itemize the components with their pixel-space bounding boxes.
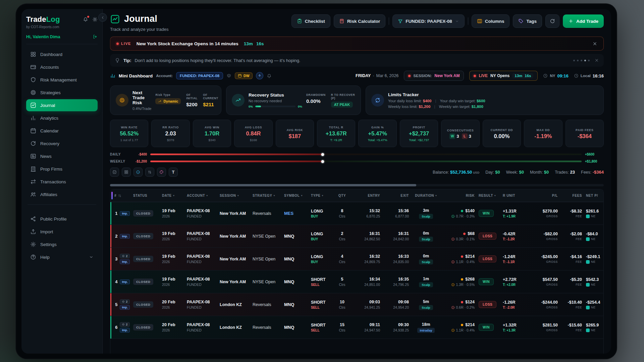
sidebar-nav: DashboardAccountsRisk ManagementStrategi…	[26, 48, 98, 200]
sidebar-item-transactions[interactable]: Transactions	[26, 176, 98, 188]
result-badge: WIN	[479, 278, 494, 285]
entry-time: 15:32	[369, 208, 380, 213]
column-header-date[interactable]: DATE▾	[160, 194, 185, 197]
trade-year: 2026	[162, 328, 170, 332]
column-header-session[interactable]: SESSION▾	[218, 194, 251, 197]
banner-close-button[interactable]	[592, 41, 597, 46]
column-header-duration[interactable]: DURATION▾	[411, 194, 441, 197]
table-row[interactable]: 62Imp.CLOSED20 Feb2026PAAPEX-08FUNDEDLon…	[110, 316, 603, 339]
duration-tag: Scalp	[419, 305, 433, 310]
column-header-type[interactable]: TYPE▾	[309, 194, 332, 197]
logout-icon[interactable]	[93, 34, 98, 39]
sidebar-item-help[interactable]: Help	[26, 251, 98, 263]
sidebar-item-risk-management[interactable]: Risk Management	[26, 74, 98, 86]
weekly-bar-marker[interactable]	[321, 160, 324, 163]
sort-button[interactable]	[145, 168, 154, 177]
columns-button[interactable]: Columns	[472, 14, 510, 28]
palette-button[interactable]	[157, 168, 166, 177]
sidebar-item-public-profile[interactable]: Public Profile	[26, 213, 98, 225]
layers-button[interactable]	[226, 73, 231, 78]
table-row[interactable]: 4Imp.CLOSED19 Feb2026PAAPEX-08FUNDEDNew …	[110, 270, 603, 293]
day-value: $0	[495, 170, 500, 175]
sidebar-item-journal[interactable]: Journal	[26, 99, 98, 111]
grid-view-button[interactable]	[122, 168, 131, 177]
table-row[interactable]: 52Imp.CLOSED20 Feb2026PAAPEX-08FUNDEDLon…	[110, 293, 603, 316]
net-label: NE	[591, 283, 595, 286]
trades-summary: Trades: 23	[555, 170, 575, 175]
stat-label: RR RATIO	[162, 126, 179, 129]
risk-type-badge[interactable]: Dynamic	[155, 98, 181, 104]
net-label: NE	[591, 260, 595, 263]
fees-summary: Fees: -$364	[581, 170, 604, 175]
daily-bar-marker[interactable]	[321, 153, 324, 156]
sidebar-item-dashboard[interactable]: Dashboard	[26, 48, 98, 60]
add-trade-button[interactable]: Add Trade	[563, 14, 604, 28]
select-rows-button[interactable]	[110, 168, 119, 177]
refresh-button[interactable]	[545, 14, 559, 28]
alerts-button[interactable]	[267, 73, 272, 78]
layers-icon	[122, 255, 125, 258]
account-filter-dropdown[interactable]: FUNDED: PAAPEX-08	[392, 14, 465, 28]
column-header-symbol[interactable]: SYMBOL▾	[282, 194, 309, 197]
fees-value: -$364	[593, 170, 604, 175]
table-row[interactable]: 32Imp.CLOSED19 Feb2026PAAPEX-08FUNDEDNew…	[110, 248, 603, 270]
checklist-button[interactable]: Checklist	[291, 14, 330, 28]
cell-exit: 09:3024,938.25	[382, 322, 411, 332]
sidebar-item-affiliates[interactable]: Affiliates	[26, 188, 98, 200]
sidebar-item-settings[interactable]: Settings	[26, 238, 98, 250]
account-label: Account:	[156, 74, 173, 78]
week-value: $0	[519, 170, 524, 175]
day-label: Day:	[485, 170, 494, 175]
sidebar-item-import[interactable]: Import	[26, 226, 98, 238]
risk-calculator-button[interactable]: Risk Calculator	[334, 14, 385, 28]
tip-pagination-dot[interactable]	[588, 60, 590, 61]
exit-time: 16:33	[398, 254, 409, 259]
exit-price: 24,796.25	[393, 283, 409, 287]
notifications-button[interactable]	[83, 17, 88, 22]
cell-duration: 5mScalp	[411, 299, 441, 310]
sparkle-button[interactable]	[256, 72, 263, 79]
column-label: ENTRY	[368, 194, 380, 197]
column-header-strategy[interactable]: STRATEGY▾	[251, 194, 282, 197]
tip-pagination-dot-active[interactable]	[584, 60, 586, 61]
daily-weekly-toggle[interactable]: DW	[235, 72, 253, 79]
table-row[interactable]: 2Imp.CLOSED19 Feb2026PAAPEX-08FUNDEDNew …	[110, 225, 603, 248]
column-header-account[interactable]: ACCOUNT▾	[185, 194, 218, 197]
sidebar-item-prop-firms[interactable]: Prop Firms	[26, 163, 98, 175]
sidebar-item-calendar[interactable]: Calendar	[26, 125, 98, 137]
lightbulb-icon	[115, 58, 120, 63]
sidebar-item-strategies[interactable]: Strategies	[26, 86, 98, 99]
tip-pagination-dot[interactable]	[573, 60, 575, 61]
column-label: FEES	[572, 194, 582, 197]
transactions-icon	[30, 179, 36, 185]
tip-pagination-dot[interactable]	[581, 60, 582, 61]
theme-toggle-sun-icon[interactable]	[92, 17, 98, 22]
column-label: DURATION	[415, 194, 434, 197]
account-badge[interactable]: FUNDED: PAAPEX-08	[176, 72, 223, 79]
sidebar-collapse-button[interactable]	[98, 13, 107, 22]
stat-value: -$364	[578, 133, 592, 139]
tags-button[interactable]: Tags	[513, 14, 542, 28]
text-size-button[interactable]: T	[169, 168, 178, 177]
sidebar-item-news[interactable]: News	[26, 150, 98, 162]
tip-close-button[interactable]	[594, 58, 599, 63]
recovery-progress-bar	[255, 106, 296, 107]
text-tool-label: T	[172, 170, 175, 175]
table-row[interactable]: 1Imp.CLOSED19 Feb2026PAAPEX-08FUNDEDNew …	[110, 202, 603, 225]
duration-tag: Scalp	[419, 259, 433, 264]
sidebar-item-analytics[interactable]: Analytics	[26, 112, 98, 124]
cell-qty: 10Ctrs	[332, 300, 352, 309]
sidebar-item-recovery[interactable]: Recovery	[26, 137, 98, 149]
cell-qty: 8Ctrs	[332, 208, 352, 218]
cell-r-unit: -1.26RT: -2.0R	[501, 300, 529, 309]
cell-duration: 3mScalp	[411, 208, 441, 219]
table-header-row: #STATUSDATE▾ACCOUNT▾SESSION▾STRATEGY▾SYM…	[110, 189, 603, 202]
column-header-result[interactable]: RESULT▾	[477, 194, 501, 197]
info-button[interactable]	[133, 168, 143, 177]
loss-letter: L	[462, 133, 468, 139]
tip-pagination-dot[interactable]	[577, 60, 579, 61]
cell-pl: $270.00GROSS	[529, 209, 560, 218]
sidebar-item-accounts[interactable]: Accounts	[26, 61, 98, 73]
scrollbar-thumb[interactable]	[110, 184, 416, 186]
stat-sub: 1 out of 1.77	[120, 138, 138, 142]
